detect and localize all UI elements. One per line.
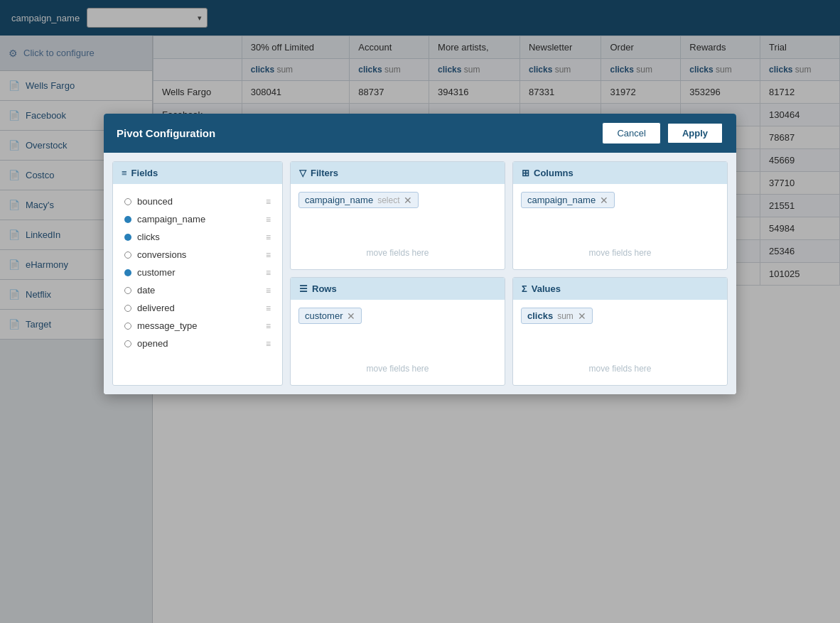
apply-button[interactable]: Apply — [667, 122, 723, 144]
field-label: delivered — [137, 303, 175, 313]
modal-actions: Cancel Apply — [602, 122, 723, 144]
field-label: conversions — [137, 249, 186, 260]
field-label: opened — [137, 338, 168, 349]
rows-label: Rows — [312, 283, 337, 294]
drag-handle-icon[interactable]: ≡ — [266, 250, 271, 260]
field-dot-icon — [124, 198, 131, 205]
modal-overlay: Pivot Configuration Cancel Apply ≡ Field… — [0, 0, 840, 623]
field-dot-icon — [124, 269, 131, 276]
columns-placeholder: move fields here — [513, 248, 727, 258]
drag-handle-icon[interactable]: ≡ — [266, 215, 271, 224]
chip-label: customer — [305, 310, 343, 321]
field-dot-icon — [124, 216, 131, 223]
drag-handle-icon[interactable]: ≡ — [266, 303, 271, 313]
field-label: campaign_name — [137, 214, 205, 224]
chip-clicks-label: clicks — [527, 310, 553, 321]
cancel-button[interactable]: Cancel — [602, 122, 660, 144]
filters-panel-body: campaign_name select ✕ move fields here — [291, 184, 505, 269]
pivot-config-modal: Pivot Configuration Cancel Apply ≡ Field… — [104, 114, 736, 394]
fields-panel: ≡ Fields bounced≡campaign_name≡clicks≡co… — [112, 161, 283, 386]
field-dot-icon — [124, 234, 131, 241]
field-list: bounced≡campaign_name≡clicks≡conversions… — [119, 190, 276, 355]
field-item[interactable]: bounced≡ — [119, 193, 276, 210]
field-dot-icon — [124, 251, 131, 259]
columns-panel: ⊞ Columns campaign_name ✕ move fields he… — [512, 161, 728, 270]
column-chip-campaign-name[interactable]: campaign_name ✕ — [521, 192, 615, 208]
field-dot-icon — [124, 340, 131, 347]
modal-header: Pivot Configuration Cancel Apply — [104, 114, 736, 153]
field-dot-icon — [124, 305, 131, 312]
chip-label: campaign_name — [305, 195, 373, 205]
chip-label: campaign_name — [527, 195, 596, 205]
filters-panel-header: ▽ Filters — [291, 162, 505, 184]
field-item[interactable]: customer≡ — [119, 264, 276, 281]
field-item[interactable]: date≡ — [119, 281, 276, 299]
field-item[interactable]: delivered≡ — [119, 299, 276, 317]
drag-handle-icon[interactable]: ≡ — [266, 339, 271, 349]
close-icon[interactable]: ✕ — [404, 195, 412, 205]
close-icon[interactable]: ✕ — [347, 311, 355, 321]
field-dot-icon — [124, 323, 131, 330]
rows-panel: ☰ Rows customer ✕ move fields here — [290, 277, 505, 386]
values-placeholder: move fields here — [513, 364, 727, 374]
field-item[interactable]: opened≡ — [119, 335, 276, 352]
columns-panel-body: campaign_name ✕ move fields here — [513, 184, 727, 269]
filter-icon: ▽ — [299, 168, 306, 178]
values-panel: Σ Values clicks sum ✕ move fields here — [512, 277, 728, 386]
filter-chip-campaign-name[interactable]: campaign_name select ✕ — [298, 192, 419, 208]
rows-icon: ☰ — [299, 283, 308, 294]
filters-panel: ▽ Filters campaign_name select ✕ move fi… — [290, 161, 505, 270]
fields-panel-body: bounced≡campaign_name≡clicks≡conversions… — [113, 184, 282, 361]
values-label: Values — [532, 283, 561, 294]
field-item[interactable]: clicks≡ — [119, 228, 276, 246]
rows-panel-header: ☰ Rows — [291, 278, 505, 300]
modal-body: ≡ Fields bounced≡campaign_name≡clicks≡co… — [104, 153, 736, 394]
field-label: clicks — [137, 232, 160, 242]
field-item[interactable]: message_type≡ — [119, 317, 276, 335]
columns-panel-header: ⊞ Columns — [513, 162, 727, 184]
filters-placeholder: move fields here — [291, 248, 505, 258]
drag-handle-icon[interactable]: ≡ — [266, 268, 271, 278]
field-label: customer — [137, 267, 175, 278]
filters-label: Filters — [311, 168, 338, 178]
value-chip-clicks-sum[interactable]: clicks sum ✕ — [521, 308, 593, 324]
sigma-icon: Σ — [522, 283, 527, 294]
drag-handle-icon[interactable]: ≡ — [266, 321, 271, 331]
fields-panel-header: ≡ Fields — [113, 162, 282, 184]
columns-label: Columns — [534, 168, 574, 178]
rows-panel-body: customer ✕ move fields here — [291, 300, 505, 385]
values-panel-header: Σ Values — [513, 278, 727, 300]
modal-title: Pivot Configuration — [117, 127, 215, 139]
field-dot-icon — [124, 287, 131, 294]
rows-placeholder: move fields here — [291, 364, 505, 374]
close-icon[interactable]: ✕ — [600, 195, 608, 205]
chip-sum-label: sum — [557, 311, 574, 321]
columns-icon: ⊞ — [522, 168, 529, 178]
field-label: message_type — [137, 320, 198, 331]
fields-icon: ≡ — [122, 168, 127, 178]
chip-select-label: select — [377, 195, 399, 205]
close-icon[interactable]: ✕ — [578, 311, 586, 321]
row-chip-customer[interactable]: customer ✕ — [298, 308, 362, 324]
field-label: date — [137, 285, 155, 296]
drag-handle-icon[interactable]: ≡ — [266, 286, 271, 296]
field-item[interactable]: campaign_name≡ — [119, 210, 276, 228]
fields-label: Fields — [131, 168, 158, 178]
field-label: bounced — [137, 196, 173, 207]
drag-handle-icon[interactable]: ≡ — [266, 232, 271, 242]
values-panel-body: clicks sum ✕ move fields here — [513, 300, 727, 385]
field-item[interactable]: conversions≡ — [119, 246, 276, 264]
drag-handle-icon[interactable]: ≡ — [266, 197, 271, 207]
